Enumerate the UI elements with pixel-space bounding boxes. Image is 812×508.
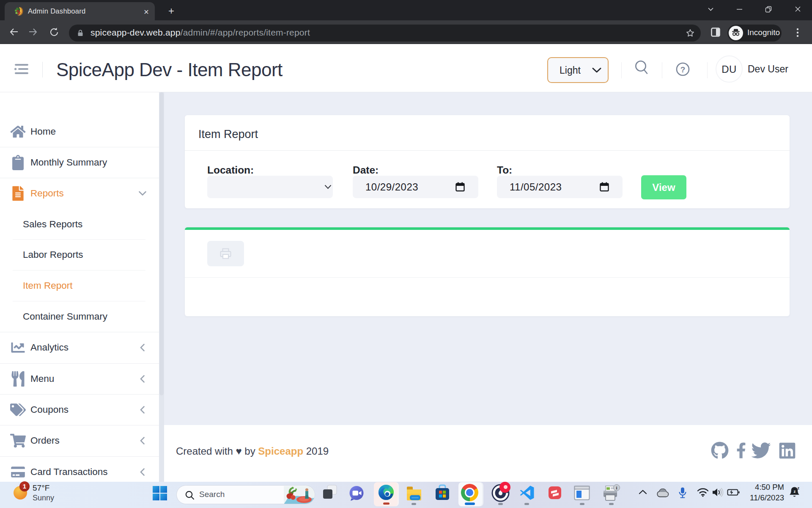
svg-text:?: ?	[680, 65, 686, 74]
svg-text:z: z	[794, 489, 796, 494]
svg-text:z: z	[797, 486, 799, 490]
svg-text:i: i	[616, 485, 617, 490]
